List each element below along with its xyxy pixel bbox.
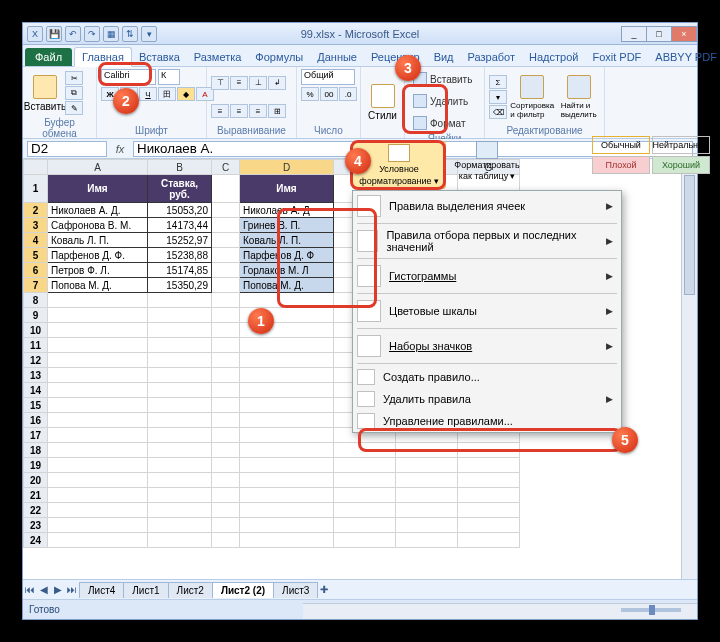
tab-addins[interactable]: Надстрой [522, 48, 585, 66]
tab-review[interactable]: Рецензир [364, 48, 427, 66]
minimize-button[interactable]: _ [621, 26, 647, 42]
row-header[interactable]: 10 [24, 323, 48, 338]
style-neutral[interactable]: Нейтральный [652, 136, 710, 154]
sheet-nav-first[interactable]: ⏮ [23, 584, 37, 595]
tab-formulas[interactable]: Формулы [248, 48, 310, 66]
cf-data-bars[interactable]: Гистограммы▶ [353, 261, 621, 291]
format-painter-icon[interactable]: ✎ [65, 101, 83, 115]
format-as-table-button[interactable]: Форматировать как таблицу▾ [448, 141, 526, 189]
column-header[interactable]: B [148, 160, 212, 175]
cf-highlight-rules[interactable]: Правила выделения ячеек▶ [353, 191, 621, 221]
row-header[interactable]: 21 [24, 488, 48, 503]
tab-insert[interactable]: Вставка [132, 48, 187, 66]
row-header[interactable]: 7 [24, 278, 48, 293]
conditional-formatting-button[interactable]: Условное форматирование▾ [352, 141, 446, 189]
sheet-tab[interactable]: Лист4 [79, 582, 124, 598]
row-header[interactable]: 4 [24, 233, 48, 248]
paste-button[interactable]: Вставить [27, 69, 63, 117]
row-header[interactable]: 19 [24, 458, 48, 473]
row-header[interactable]: 15 [24, 398, 48, 413]
column-header[interactable]: C [212, 160, 240, 175]
sort-filter-button[interactable]: Сортировка и фильтр [509, 73, 555, 121]
cf-color-scales[interactable]: Цветовые шкалы▶ [353, 296, 621, 326]
fill-icon[interactable]: ▾ [489, 90, 507, 104]
bold-button[interactable]: Ж [101, 87, 119, 101]
comma-icon[interactable]: 00 [320, 87, 338, 101]
row-header[interactable]: 22 [24, 503, 48, 518]
align-bottom-icon[interactable]: ⊥ [249, 76, 267, 90]
clear-icon[interactable]: ⌫ [489, 105, 507, 119]
style-bad[interactable]: Плохой [592, 156, 650, 174]
underline-button[interactable]: Ч [139, 87, 157, 101]
sheet-nav-next[interactable]: ▶ [51, 584, 65, 595]
font-name-combo[interactable]: Calibri [101, 69, 156, 85]
merge-icon[interactable]: ⊞ [268, 104, 286, 118]
tab-layout[interactable]: Разметка [187, 48, 249, 66]
row-header[interactable]: 9 [24, 308, 48, 323]
cf-new-rule[interactable]: Создать правило... [353, 366, 621, 388]
cut-icon[interactable]: ✂ [65, 71, 83, 85]
row-header[interactable]: 23 [24, 518, 48, 533]
number-format-combo[interactable]: Общий [301, 69, 355, 85]
cf-clear-rules[interactable]: Удалить правила▶ [353, 388, 621, 410]
tab-view[interactable]: Вид [427, 48, 461, 66]
close-button[interactable]: × [671, 26, 697, 42]
sheet-tab[interactable]: Лист2 [168, 582, 213, 598]
border-button[interactable]: 田 [158, 87, 176, 101]
cf-top-bottom-rules[interactable]: Правила отбора первых и последних значен… [353, 226, 621, 256]
maximize-button[interactable]: □ [646, 26, 672, 42]
tab-foxit[interactable]: Foxit PDF [585, 48, 648, 66]
file-tab[interactable]: Файл [25, 48, 72, 66]
align-middle-icon[interactable]: ≡ [230, 76, 248, 90]
sheet-tab[interactable]: Лист2 (2) [212, 582, 274, 598]
row-header[interactable]: 24 [24, 533, 48, 548]
row-header[interactable]: 6 [24, 263, 48, 278]
new-icon[interactable]: ▦ [103, 26, 119, 42]
autosum-icon[interactable]: Σ [489, 75, 507, 89]
style-normal[interactable]: Обычный [592, 136, 650, 154]
align-center-icon[interactable]: ≡ [230, 104, 248, 118]
sheet-tab[interactable]: Лист3 [273, 582, 318, 598]
tab-data[interactable]: Данные [310, 48, 364, 66]
sort-icon[interactable]: ⇅ [122, 26, 138, 42]
undo-icon[interactable]: ↶ [65, 26, 81, 42]
fx-icon[interactable]: fx [111, 143, 129, 155]
align-right-icon[interactable]: ≡ [249, 104, 267, 118]
row-header[interactable]: 13 [24, 368, 48, 383]
row-header[interactable]: 3 [24, 218, 48, 233]
row-header[interactable]: 8 [24, 293, 48, 308]
cf-icon-sets[interactable]: Наборы значков▶ [353, 331, 621, 361]
insert-cells-button[interactable]: Вставить [409, 69, 476, 89]
sheet-tab[interactable]: Лист1 [123, 582, 168, 598]
copy-icon[interactable]: ⧉ [65, 86, 83, 100]
decrease-decimal-icon[interactable]: .0 [339, 87, 357, 101]
styles-button[interactable]: Стили [365, 79, 400, 127]
row-header[interactable]: 14 [24, 383, 48, 398]
style-good[interactable]: Хороший [652, 156, 710, 174]
font-size-combo[interactable]: К [158, 69, 180, 85]
format-cells-button[interactable]: Формат [409, 113, 470, 133]
new-sheet-icon[interactable]: ✚ [317, 584, 331, 595]
align-top-icon[interactable]: ⊤ [211, 76, 229, 90]
vertical-scrollbar[interactable] [681, 159, 697, 579]
row-header[interactable]: 17 [24, 428, 48, 443]
save-icon[interactable]: 💾 [46, 26, 62, 42]
name-box[interactable] [27, 141, 107, 157]
tab-home[interactable]: Главная [74, 47, 132, 67]
cf-manage-rules[interactable]: Управление правилами... [353, 410, 621, 432]
redo-icon[interactable]: ↷ [84, 26, 100, 42]
row-header[interactable]: 18 [24, 443, 48, 458]
row-header[interactable]: 5 [24, 248, 48, 263]
column-header[interactable]: D [240, 160, 334, 175]
qat-dropdown-icon[interactable]: ▾ [141, 26, 157, 42]
row-header[interactable]: 11 [24, 338, 48, 353]
currency-icon[interactable]: % [301, 87, 319, 101]
sheet-nav-last[interactable]: ⏭ [65, 584, 79, 595]
row-header[interactable]: 16 [24, 413, 48, 428]
align-left-icon[interactable]: ≡ [211, 104, 229, 118]
row-header[interactable]: 2 [24, 203, 48, 218]
row-header[interactable]: 12 [24, 353, 48, 368]
row-header[interactable]: 20 [24, 473, 48, 488]
tab-abbyy[interactable]: ABBYY PDF [648, 48, 720, 66]
find-select-button[interactable]: Найти и выделить [557, 73, 600, 121]
